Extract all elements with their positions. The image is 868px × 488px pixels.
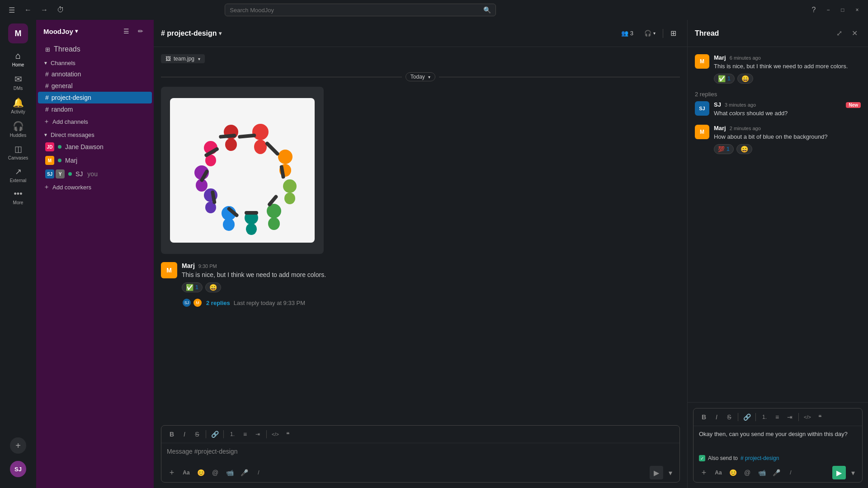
channel-name-project-design: project-design bbox=[52, 94, 91, 101]
sidebar-item-home[interactable]: ⌂ Home bbox=[5, 48, 32, 70]
dm-item-marj[interactable]: M Marj bbox=[38, 154, 152, 167]
workspace-name[interactable]: MoodJoy ▾ bbox=[43, 28, 78, 35]
strikethrough-button[interactable]: S bbox=[191, 428, 203, 440]
thread-link-button[interactable]: 🔗 bbox=[741, 411, 753, 423]
sidebar-item-dms[interactable]: ✉ DMs bbox=[5, 71, 32, 94]
thread-expand-button[interactable]: ⤢ bbox=[833, 27, 845, 40]
add-channel-button[interactable]: ＋ Add channels bbox=[36, 115, 154, 128]
also-send-checkbox[interactable]: ✓ bbox=[699, 455, 705, 461]
dms-section-header[interactable]: ▼ Direct messages bbox=[36, 128, 154, 140]
thread-marj-text: This is nice, but I think we need to add… bbox=[714, 62, 861, 71]
plus-button[interactable]: + bbox=[166, 467, 178, 479]
thread-audio-button[interactable]: 🎤 bbox=[770, 467, 782, 479]
user-avatar-button[interactable]: SJ bbox=[10, 461, 26, 477]
compose-button[interactable]: ✏ bbox=[135, 25, 146, 37]
send-expand-button[interactable]: ▾ bbox=[666, 466, 675, 479]
thread-input-bottom: + Aa 😊 @ 📹 🎤 / ▶ ▾ bbox=[693, 463, 862, 482]
thread-100-reaction[interactable]: 💯 1 bbox=[714, 144, 734, 154]
replies-preview[interactable]: SJ M 2 replies Last reply today at 9:33 … bbox=[182, 296, 680, 310]
search-input[interactable] bbox=[230, 7, 481, 14]
italic-button[interactable]: I bbox=[179, 428, 190, 440]
channel-name-header[interactable]: # project-design ▾ bbox=[161, 29, 222, 38]
maximize-button[interactable]: □ bbox=[837, 5, 848, 15]
checkmark-reaction[interactable]: ✅ 1 bbox=[182, 282, 203, 292]
thread-send-button[interactable]: ▶ bbox=[832, 466, 846, 479]
channel-item-annotation[interactable]: # annotation bbox=[38, 68, 152, 80]
thread-mention-button[interactable]: @ bbox=[741, 467, 753, 479]
thread-smile-reaction[interactable]: 😄 bbox=[737, 74, 753, 84]
thread-code-button[interactable]: </> bbox=[802, 411, 813, 423]
sj-you-avatar: Y bbox=[56, 169, 65, 178]
add-workspace-button[interactable]: + bbox=[10, 437, 26, 454]
quote-button[interactable]: ❝ bbox=[282, 428, 294, 440]
more-icon: ••• bbox=[14, 189, 23, 199]
video-button[interactable]: 📹 bbox=[224, 467, 236, 479]
filename-chip[interactable]: 🖼 team.jpg ▾ bbox=[161, 54, 205, 63]
thread-ol-button[interactable]: 1. bbox=[759, 411, 770, 423]
members-button[interactable]: 👥 3 bbox=[618, 28, 637, 38]
huddle-button[interactable]: 🎧 ▾ bbox=[641, 28, 659, 38]
back-button[interactable]: ← bbox=[22, 4, 34, 16]
message-input-field[interactable]: Message #project-design bbox=[161, 443, 679, 463]
sidebar-item-canvases[interactable]: ◫ Canvases bbox=[5, 141, 32, 163]
smile-reaction[interactable]: 😄 bbox=[205, 282, 221, 292]
file-dropdown-icon: ▾ bbox=[198, 56, 200, 61]
shortcut-button[interactable]: / bbox=[253, 467, 264, 479]
channel-item-general[interactable]: # general bbox=[38, 80, 152, 92]
text-format-button[interactable]: Aa bbox=[180, 467, 192, 479]
ordered-list-button[interactable]: 1. bbox=[226, 428, 238, 440]
thread-checkmark-reaction[interactable]: ✅ 1 bbox=[714, 74, 735, 84]
home-icon: ⌂ bbox=[15, 51, 21, 61]
forward-button[interactable]: → bbox=[38, 4, 51, 16]
dm-item-jane[interactable]: JD Jane Dawson bbox=[38, 140, 152, 154]
audio-button[interactable]: 🎤 bbox=[238, 467, 250, 479]
add-coworkers-button[interactable]: ＋ Add coworkers bbox=[36, 181, 154, 193]
hamburger-menu-button[interactable]: ☰ bbox=[5, 4, 18, 16]
thread-close-button[interactable]: ✕ bbox=[848, 27, 861, 40]
thread-indent-button[interactable]: ⇥ bbox=[784, 411, 796, 423]
threads-item[interactable]: ⊞ Threads bbox=[38, 42, 152, 56]
sidebar-item-activity[interactable]: 🔔 Activity bbox=[5, 94, 32, 117]
left-sidebar: MoodJoy ▾ ☰ ✏ ⊞ Threads ▼ Channels # ann… bbox=[36, 20, 154, 488]
workspace-button[interactable]: M bbox=[8, 23, 28, 43]
help-button[interactable]: ? bbox=[808, 5, 819, 15]
history-button[interactable]: ⏱ bbox=[54, 4, 67, 16]
bold-button[interactable]: B bbox=[166, 428, 178, 440]
unordered-list-button[interactable]: ≡ bbox=[239, 428, 251, 440]
dm-item-sj[interactable]: SJ Y SJ you bbox=[38, 167, 152, 181]
thread-bold-button[interactable]: B bbox=[698, 411, 710, 423]
indent-button[interactable]: ⇥ bbox=[252, 428, 264, 440]
channel-item-random[interactable]: # random bbox=[38, 103, 152, 115]
thread-input-content[interactable]: Okay then, can you send me your design w… bbox=[693, 426, 862, 453]
code-block-button[interactable]: </> bbox=[269, 428, 281, 440]
sidebar-item-external[interactable]: ↗ External bbox=[5, 164, 32, 186]
reaction-count: 1 bbox=[195, 284, 198, 291]
channel-item-project-design[interactable]: # project-design bbox=[38, 92, 152, 103]
filter-button[interactable]: ☰ bbox=[120, 25, 132, 37]
thread-smile2-reaction[interactable]: 😄 bbox=[736, 144, 752, 154]
thread-shortcut-button[interactable]: / bbox=[785, 467, 797, 479]
thread-marj2-reactions: 💯 1 😄 bbox=[714, 144, 861, 154]
thread-plus-button[interactable]: + bbox=[698, 467, 710, 479]
thread-text-button[interactable]: Aa bbox=[712, 467, 724, 479]
sidebar-item-more[interactable]: ••• More bbox=[5, 187, 32, 208]
titlebar-right: ? − □ × bbox=[808, 5, 863, 15]
thread-italic-button[interactable]: I bbox=[711, 411, 722, 423]
thread-send-expand-button[interactable]: ▾ bbox=[849, 466, 858, 479]
thread-strike-button[interactable]: S bbox=[723, 411, 735, 423]
send-button[interactable]: ▶ bbox=[650, 466, 663, 479]
thread-ul-button[interactable]: ≡ bbox=[771, 411, 783, 423]
minimize-button[interactable]: − bbox=[823, 5, 834, 15]
thread-quote-button[interactable]: ❝ bbox=[814, 411, 826, 423]
add-people-button[interactable]: ⊞ bbox=[667, 27, 680, 39]
link-button[interactable]: 🔗 bbox=[209, 428, 221, 440]
close-button[interactable]: × bbox=[852, 5, 863, 15]
home-label: Home bbox=[12, 62, 24, 67]
channels-section-header[interactable]: ▼ Channels bbox=[36, 56, 154, 68]
mention-button[interactable]: @ bbox=[209, 467, 221, 479]
sidebar-item-huddles[interactable]: 🎧 Huddles bbox=[5, 118, 32, 141]
thread-video-button[interactable]: 📹 bbox=[756, 467, 768, 479]
emoji-button[interactable]: 😊 bbox=[195, 467, 207, 479]
search-bar[interactable]: 🔍 bbox=[225, 4, 496, 16]
thread-emoji-button[interactable]: 😊 bbox=[727, 467, 739, 479]
